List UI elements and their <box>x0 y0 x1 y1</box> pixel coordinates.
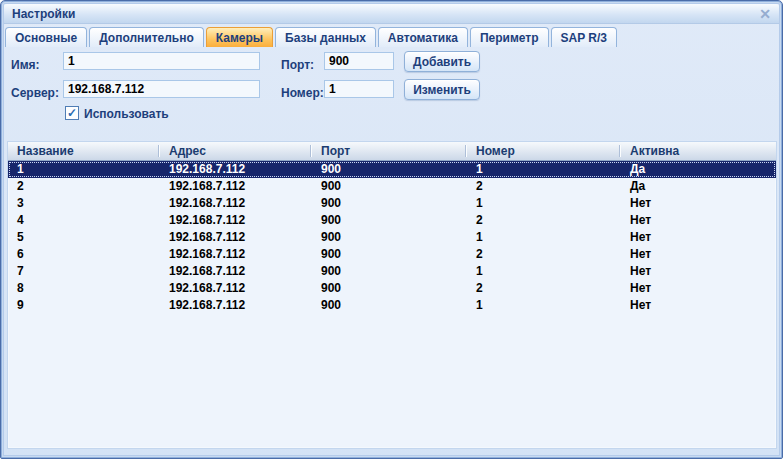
column-header-3[interactable]: Номер <box>467 142 621 160</box>
add-button[interactable]: Добавить <box>404 51 480 72</box>
title-bar[interactable]: Настройки ✕ <box>4 4 779 24</box>
cell-number: 1 <box>467 229 621 246</box>
cell-number: 1 <box>467 297 621 314</box>
cell-name: 7 <box>8 263 160 280</box>
cell-address: 192.168.7.112 <box>160 229 312 246</box>
port-input[interactable] <box>324 52 394 70</box>
cell-address: 192.168.7.112 <box>160 195 312 212</box>
table-row[interactable]: 4192.168.7.1129002Нет <box>8 212 776 229</box>
cell-port: 900 <box>312 263 467 280</box>
tab-additional[interactable]: Дополнительно <box>89 27 204 47</box>
tab-bar: ОсновныеДополнительноКамерыБазы данныхАв… <box>5 26 617 47</box>
cell-address: 192.168.7.112 <box>160 212 312 229</box>
cell-number: 2 <box>467 246 621 263</box>
cell-name: 9 <box>8 297 160 314</box>
cell-number: 1 <box>467 195 621 212</box>
checkmark-icon: ✓ <box>67 106 77 120</box>
cell-port: 900 <box>312 178 467 195</box>
cell-active: Нет <box>621 229 776 246</box>
table-row[interactable]: 3192.168.7.1129001Нет <box>8 195 776 212</box>
server-input[interactable] <box>63 80 260 98</box>
cell-number: 2 <box>467 280 621 297</box>
cell-name: 6 <box>8 246 160 263</box>
tab-main[interactable]: Основные <box>5 27 87 47</box>
tab-automation[interactable]: Автоматика <box>378 27 468 47</box>
cell-active: Да <box>621 178 776 195</box>
cell-number: 2 <box>467 178 621 195</box>
tab-databases[interactable]: Базы данных <box>275 27 376 47</box>
table-row[interactable]: 6192.168.7.1129002Нет <box>8 246 776 263</box>
cameras-table: НазваниеАдресПортНомерАктивна 1192.168.7… <box>7 141 777 449</box>
cell-name: 2 <box>8 178 160 195</box>
column-header-2[interactable]: Порт <box>312 142 467 160</box>
table-row[interactable]: 8192.168.7.1129002Нет <box>8 280 776 297</box>
cell-active: Нет <box>621 246 776 263</box>
cell-port: 900 <box>312 246 467 263</box>
cell-port: 900 <box>312 297 467 314</box>
table-row[interactable]: 9192.168.7.1129001Нет <box>8 297 776 314</box>
cell-active: Нет <box>621 280 776 297</box>
table-row[interactable]: 1192.168.7.1129001Да <box>8 161 776 178</box>
cell-port: 900 <box>312 280 467 297</box>
cell-address: 192.168.7.112 <box>160 263 312 280</box>
cell-address: 192.168.7.112 <box>160 246 312 263</box>
number-input[interactable] <box>324 80 394 98</box>
tab-cameras[interactable]: Камеры <box>206 27 273 47</box>
cell-active: Нет <box>621 263 776 280</box>
close-icon[interactable]: ✕ <box>759 5 771 23</box>
cell-number: 1 <box>467 263 621 280</box>
port-label: Порт: <box>281 58 314 72</box>
edit-button[interactable]: Изменить <box>404 79 480 100</box>
cell-port: 900 <box>312 195 467 212</box>
table-row[interactable]: 7192.168.7.1129001Нет <box>8 263 776 280</box>
name-label: Имя: <box>11 58 40 72</box>
table-header: НазваниеАдресПортНомерАктивна <box>8 142 776 161</box>
column-header-0[interactable]: Название <box>8 142 160 160</box>
cell-name: 5 <box>8 229 160 246</box>
table-body: 1192.168.7.1129001Да2192.168.7.1129002Да… <box>8 161 776 314</box>
cell-address: 192.168.7.112 <box>160 161 312 178</box>
cell-address: 192.168.7.112 <box>160 297 312 314</box>
cell-number: 2 <box>467 212 621 229</box>
cell-name: 3 <box>8 195 160 212</box>
cell-active: Да <box>621 161 776 178</box>
cell-address: 192.168.7.112 <box>160 280 312 297</box>
column-header-4[interactable]: Активна <box>621 142 776 160</box>
settings-window: Настройки ✕ ОсновныеДополнительноКамерыБ… <box>0 0 783 459</box>
cell-active: Нет <box>621 297 776 314</box>
cell-address: 192.168.7.112 <box>160 178 312 195</box>
cell-active: Нет <box>621 195 776 212</box>
cell-name: 4 <box>8 212 160 229</box>
table-row[interactable]: 2192.168.7.1129002Да <box>8 178 776 195</box>
cell-port: 900 <box>312 161 467 178</box>
name-input[interactable] <box>63 52 260 70</box>
cell-active: Нет <box>621 212 776 229</box>
tab-perimeter[interactable]: Периметр <box>470 27 549 47</box>
column-header-1[interactable]: Адрес <box>160 142 312 160</box>
cell-port: 900 <box>312 229 467 246</box>
cell-number: 1 <box>467 161 621 178</box>
cell-port: 900 <box>312 212 467 229</box>
server-label: Сервер: <box>11 86 59 100</box>
table-row[interactable]: 5192.168.7.1129001Нет <box>8 229 776 246</box>
cell-name: 8 <box>8 280 160 297</box>
tab-sap-r3[interactable]: SAP R/3 <box>551 27 617 47</box>
window-title: Настройки <box>12 7 75 21</box>
cell-name: 1 <box>8 161 160 178</box>
number-label: Номер: <box>281 86 324 100</box>
use-checkbox-label: Использовать <box>84 107 169 121</box>
use-checkbox[interactable]: ✓ <box>65 106 79 120</box>
